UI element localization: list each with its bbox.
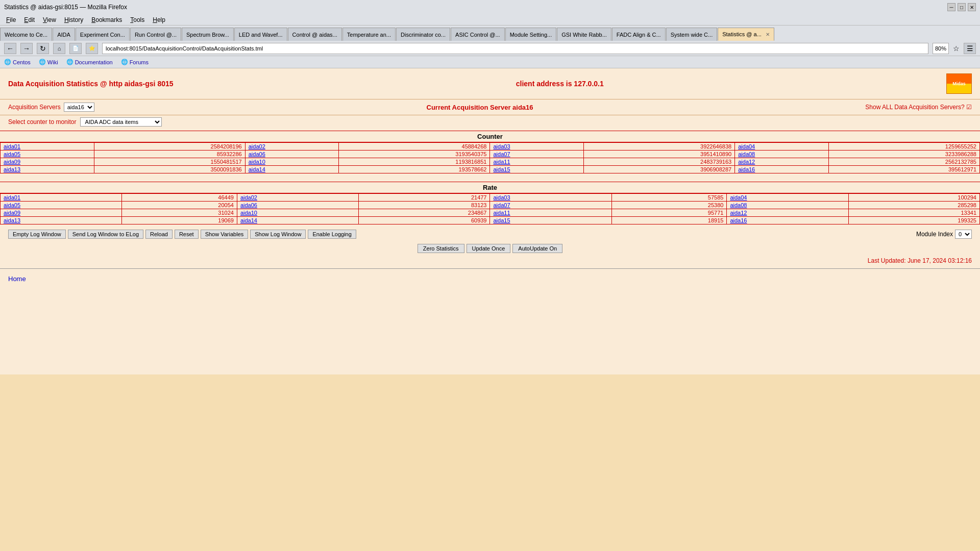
counter-name-2-2: aida10	[245, 158, 339, 166]
tab-1[interactable]: AIDA	[53, 28, 75, 41]
rate-link-3-1[interactable]: aida13	[4, 217, 20, 223]
bookmark-wiki[interactable]: 🌐 Wiki	[39, 59, 58, 65]
close-button[interactable]: ✕	[968, 3, 976, 11]
tab-5[interactable]: LED and Wavef...	[234, 28, 287, 41]
update-once-button[interactable]: Update Once	[467, 244, 511, 253]
counter-section: Counter aida01 2584208196 aida02 4588426…	[0, 131, 980, 173]
tab-0[interactable]: Welcome to Ce...	[0, 28, 52, 41]
menu-file[interactable]: File	[2, 15, 20, 24]
rate-link-2-1[interactable]: aida09	[4, 210, 20, 216]
tab-3[interactable]: Run Control @...	[130, 28, 181, 41]
rate-link-1-1[interactable]: aida05	[4, 202, 20, 208]
tab-9[interactable]: ASIC Control @...	[451, 28, 505, 41]
tab-12[interactable]: FADC Align & C...	[612, 28, 666, 41]
reload-button[interactable]: Reload	[145, 230, 173, 239]
maximize-button[interactable]: □	[958, 3, 966, 11]
counter-link-3-3[interactable]: aida15	[493, 166, 510, 172]
tab-label-4: Spectrum Brow...	[186, 32, 229, 38]
rate-name-0-4: aida04	[727, 194, 848, 202]
counter-link-2-3[interactable]: aida11	[493, 159, 510, 165]
rate-link-2-3[interactable]: aida11	[493, 210, 510, 216]
back-button[interactable]: ←	[4, 43, 16, 54]
rate-link-3-2[interactable]: aida14	[240, 217, 257, 223]
rate-link-0-4[interactable]: aida04	[730, 194, 747, 201]
counter-link-1-2[interactable]: aida06	[249, 151, 265, 157]
menu-tools[interactable]: Tools	[126, 15, 149, 24]
bookmark-forums[interactable]: 🌐 Forums	[121, 59, 149, 65]
tab-13[interactable]: System wide C...	[666, 28, 718, 41]
counter-link-0-4[interactable]: aida04	[738, 143, 755, 149]
counter-link-1-3[interactable]: aida07	[493, 151, 510, 157]
send-log-button[interactable]: Send Log Window to ELog	[68, 230, 143, 239]
rate-name-3-3: aida15	[490, 217, 611, 224]
rate-link-0-2[interactable]: aida02	[240, 194, 257, 201]
counter-link-0-1[interactable]: aida01	[4, 143, 20, 149]
tab-14[interactable]: Statistics @ a... ✕	[718, 28, 774, 41]
counter-link-0-3[interactable]: aida03	[493, 143, 510, 149]
counter-link-0-2[interactable]: aida02	[249, 143, 265, 149]
counter-link-2-2[interactable]: aida10	[249, 159, 265, 165]
rate-val-0-2: 21477	[359, 194, 490, 202]
centos-icon: 🌐	[4, 59, 11, 65]
tab-8[interactable]: Discriminator co...	[396, 28, 450, 41]
show-all-servers-link[interactable]: Show ALL Data Acquisition Servers? ☑	[865, 104, 972, 111]
rate-link-3-4[interactable]: aida16	[730, 217, 747, 223]
counter-link-3-1[interactable]: aida13	[4, 166, 20, 172]
tab-close-14[interactable]: ✕	[766, 32, 770, 37]
tab-7[interactable]: Temperature an...	[342, 28, 396, 41]
rate-link-2-4[interactable]: aida12	[730, 210, 747, 216]
action-buttons-row: Empty Log Window Send Log Window to ELog…	[0, 227, 980, 242]
counter-name-2-1: aida09	[1, 158, 94, 166]
rate-link-2-2[interactable]: aida10	[240, 210, 257, 216]
menu-help[interactable]: Help	[149, 15, 169, 24]
tab-6[interactable]: Control @ aidas...	[288, 28, 342, 41]
reader-button[interactable]: 📄	[69, 43, 82, 54]
refresh-button[interactable]: ↻	[37, 43, 49, 54]
rate-val-3-1: 19069	[122, 217, 237, 224]
empty-log-button[interactable]: Empty Log Window	[8, 230, 66, 239]
browser-chrome: Statistics @ aidas-gsi:8015 — Mozilla Fi…	[0, 0, 980, 68]
server-dropdown[interactable]: aida16 aida01 aida02	[64, 103, 94, 112]
menu-button[interactable]: ☰	[964, 43, 976, 54]
counter-select-dropdown[interactable]: AIDA ADC data items	[80, 117, 162, 127]
menu-bookmarks[interactable]: Bookmarks	[87, 15, 126, 24]
counter-link-3-4[interactable]: aida16	[738, 166, 755, 172]
add-bookmark-button[interactable]: ☆	[953, 44, 960, 53]
rate-link-1-4[interactable]: aida08	[730, 202, 747, 208]
counter-link-2-4[interactable]: aida12	[738, 159, 755, 165]
bookmark-star-button[interactable]: ⭐	[86, 43, 98, 54]
tab-10[interactable]: Module Setting...	[505, 28, 557, 41]
counter-link-3-2[interactable]: aida14	[249, 166, 265, 172]
zero-statistics-button[interactable]: Zero Statistics	[418, 244, 464, 253]
counter-link-1-4[interactable]: aida08	[738, 151, 755, 157]
show-variables-button[interactable]: Show Variables	[201, 230, 249, 239]
module-index-select[interactable]: 0	[955, 230, 972, 239]
tab-2[interactable]: Experiment Con...	[76, 28, 130, 41]
rate-val-1-4: 285298	[848, 202, 979, 209]
menu-view[interactable]: View	[39, 15, 60, 24]
home-link[interactable]: Home	[8, 275, 26, 283]
tab-label-11: GSI White Rabb...	[561, 32, 607, 38]
bookmark-centos[interactable]: 🌐 Centos	[4, 59, 31, 65]
address-bar[interactable]	[102, 43, 928, 54]
minimize-button[interactable]: ─	[947, 3, 955, 11]
home-nav-button[interactable]: ⌂	[53, 43, 65, 54]
tab-4[interactable]: Spectrum Brow...	[182, 28, 234, 41]
menu-history[interactable]: History	[60, 15, 87, 24]
rate-link-1-2[interactable]: aida06	[240, 202, 257, 208]
rate-link-0-3[interactable]: aida03	[493, 194, 510, 201]
rate-link-3-3[interactable]: aida15	[493, 217, 510, 223]
counter-link-1-1[interactable]: aida05	[4, 151, 20, 157]
rate-link-0-1[interactable]: aida01	[4, 194, 20, 201]
window-controls: ─ □ ✕	[947, 3, 976, 11]
enable-logging-button[interactable]: Enable Logging	[308, 230, 356, 239]
show-log-button[interactable]: Show Log Window	[250, 230, 306, 239]
rate-link-1-3[interactable]: aida07	[493, 202, 510, 208]
bookmark-documentation[interactable]: 🌐 Documentation	[66, 59, 113, 65]
counter-link-2-1[interactable]: aida09	[4, 159, 20, 165]
auto-update-button[interactable]: AutoUpdate On	[512, 244, 562, 253]
menu-edit[interactable]: Edit	[20, 15, 39, 24]
tab-11[interactable]: GSI White Rabb...	[557, 28, 611, 41]
forward-button[interactable]: →	[20, 43, 33, 54]
reset-button[interactable]: Reset	[175, 230, 199, 239]
